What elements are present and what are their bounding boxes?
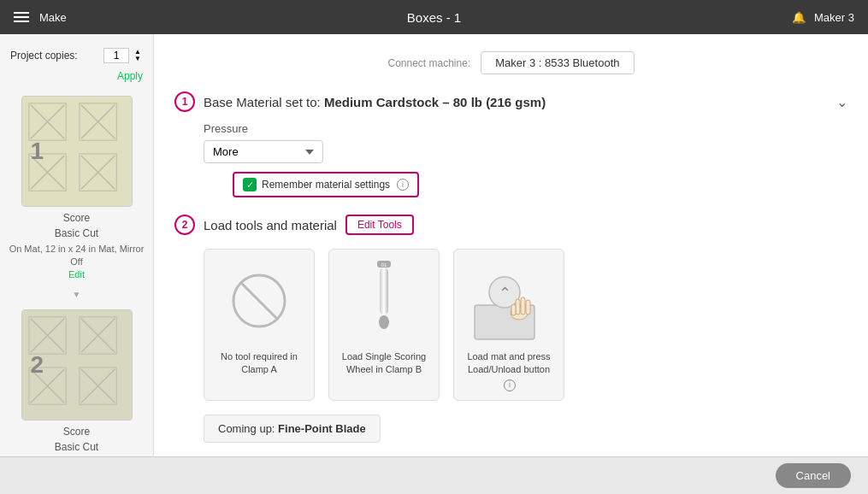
section-2: 2 Load tools and material Edit Tools No …: [174, 215, 847, 443]
no-tool-icon: [216, 258, 302, 344]
copies-down-button[interactable]: ▼: [133, 56, 143, 62]
tool-cards: No tool required inClamp A 01: [204, 249, 847, 401]
mat-cut-label-1: Basic Cut: [7, 227, 146, 239]
pressure-dropdown[interactable]: Default Less More Custom: [204, 140, 323, 163]
svg-text:01: 01: [381, 262, 387, 268]
svg-rect-39: [511, 304, 516, 315]
svg-rect-36: [516, 299, 520, 315]
menu-icon[interactable]: [14, 12, 29, 22]
main-layout: Project copies: ▲ ▼ Apply: [0, 34, 868, 494]
section1-title: Base Material set to: Medium Cardstock –…: [204, 95, 546, 109]
svg-line-27: [240, 282, 278, 320]
bell-icon[interactable]: 🔔: [792, 11, 806, 24]
coming-up-item: Fine-Point Blade: [278, 422, 366, 435]
copies-row: Project copies: ▲ ▼: [0, 41, 153, 70]
mat-item-2: 2 Score Basic Cut: [0, 303, 153, 460]
mat-score-label-1: Score: [7, 212, 146, 224]
connect-machine-label: Connect machine:: [388, 57, 471, 69]
copies-control: ▲ ▼: [103, 48, 143, 63]
step-2-circle: 2: [174, 215, 195, 235]
scoring-wheel-icon: 01: [341, 258, 427, 344]
main-content: Connect machine: Maker 3 : 8533 Bluetoot…: [154, 34, 868, 494]
mat-number-2: 2: [31, 351, 44, 379]
mat-number-1: 1: [31, 138, 44, 165]
load-mat-icon: ⌃: [466, 258, 552, 344]
section1-header: 1 Base Material set to: Medium Cardstock…: [174, 91, 847, 112]
svg-text:⌃: ⌃: [499, 285, 511, 302]
section1-collapse-icon[interactable]: ⌄: [836, 94, 847, 110]
apply-button[interactable]: Apply: [0, 70, 153, 89]
no-tool-card: No tool required inClamp A: [204, 249, 315, 401]
coming-up-prefix: Coming up:: [218, 422, 275, 435]
header-right: 🔔 Maker 3: [792, 11, 854, 24]
edit-tools-button[interactable]: Edit Tools: [345, 215, 414, 235]
mat-thumbnail-2: 2: [21, 309, 133, 420]
scroll-down-indicator: ▼: [0, 286, 153, 303]
copies-input[interactable]: [103, 48, 129, 63]
no-tool-label: No tool required inClamp A: [221, 350, 298, 377]
svg-rect-30: [380, 268, 388, 315]
user-label: Maker 3: [814, 11, 854, 24]
mat-item-1: 1 Score Basic Cut On Mat, 12 in x 24 in …: [0, 89, 153, 286]
mat-cut-label-2: Basic Cut: [7, 441, 146, 453]
pressure-select-row: Default Less More Custom: [204, 140, 847, 163]
section2-title: Load tools and material: [204, 218, 337, 232]
connect-machine-row: Connect machine: Maker 3 : 8533 Bluetoot…: [174, 51, 847, 74]
cancel-button[interactable]: Cancel: [776, 463, 851, 488]
copies-spinner: ▲ ▼: [133, 49, 143, 62]
app-title: Make: [39, 11, 67, 24]
copies-label: Project copies:: [10, 50, 78, 62]
connect-machine-button[interactable]: Maker 3 : 8533 Bluetooth: [481, 51, 634, 74]
step-1-circle: 1: [174, 91, 195, 112]
svg-rect-37: [521, 297, 525, 315]
pressure-label: Pressure: [204, 122, 847, 135]
coming-up-banner: Coming up: Fine-Point Blade: [204, 415, 381, 443]
section-1: 1 Base Material set to: Medium Cardstock…: [174, 91, 847, 197]
mat-thumbnail-1: 1: [21, 96, 133, 207]
svg-point-31: [379, 315, 389, 329]
sidebar: Project copies: ▲ ▼ Apply: [0, 34, 154, 494]
section2-header: 2 Load tools and material Edit Tools: [174, 215, 847, 235]
app-header: Make Boxes - 1 🔔 Maker 3: [0, 0, 868, 34]
svg-rect-38: [526, 300, 530, 315]
remember-material-label: Remember material settings: [262, 179, 390, 191]
load-mat-info-icon[interactable]: i: [504, 379, 516, 391]
scoring-wheel-card: 01 Load Single: [328, 249, 440, 401]
load-mat-label: Load mat and pressLoad/Unload button i: [463, 350, 555, 391]
mat-score-label-2: Score: [7, 426, 146, 438]
header-left: Make: [14, 11, 67, 24]
footer: Cancel: [0, 456, 868, 494]
scoring-wheel-label: Load Single ScoringWheel in Clamp B: [342, 350, 426, 377]
load-mat-card: ⌃: [453, 249, 564, 401]
remember-checkbox: ✓: [243, 178, 257, 191]
project-title: Boxes - 1: [407, 10, 461, 25]
mat-edit-button-1[interactable]: Edit: [7, 269, 146, 279]
mat-info-1: On Mat, 12 in x 24 in Mat, Mirror Off: [7, 243, 146, 269]
remember-material-row[interactable]: ✓ Remember material settings i: [233, 172, 419, 197]
remember-info-icon[interactable]: i: [397, 179, 409, 191]
